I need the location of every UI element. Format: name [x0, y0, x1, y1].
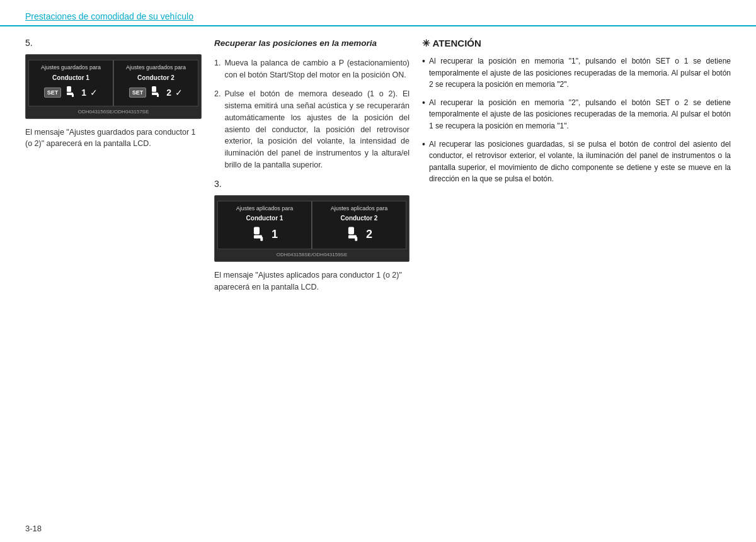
step-item-1: 1. Mueva la palanca de cambio a P (estac… — [214, 57, 410, 81]
page-number: 3-18 — [25, 524, 42, 533]
attention-text-3: Al recuperar las posiciones guardadas, s… — [429, 138, 731, 185]
right-column: ✳ ATENCIÓN • Al recuperar la posición en… — [422, 38, 731, 528]
left-column: 5. Ajustes guardados para Conductor 1 SE… — [25, 38, 202, 528]
step-item-2: 2. Pulse el botón de memora deseado (1 o… — [214, 88, 410, 171]
svg-rect-2 — [72, 94, 74, 97]
attention-title: ✳ ATENCIÓN — [422, 38, 731, 49]
svg-rect-3 — [152, 86, 156, 92]
num-badge-1: 1 — [81, 88, 86, 98]
applied-seat-svg-2 — [346, 225, 362, 242]
step2-text: Pulse el botón de memora deseado (1 o 2)… — [224, 88, 410, 171]
page-container: Prestaciones de comodidad de su vehículo… — [0, 0, 756, 542]
middle-column: Recuperar las posiciones en la memoria 1… — [214, 38, 410, 528]
attention-item-3: • Al recuperar las posiciones guardadas,… — [422, 138, 731, 185]
conductor1-controls: SET 1 ✓ — [34, 85, 108, 101]
applied-panels-row: Ajustes aplicados para Conductor 1 1 — [217, 201, 406, 250]
header-title: Prestaciones de comodidad de su vehículo — [25, 11, 193, 21]
applied-conductor1-controls: 1 — [223, 225, 306, 244]
main-content: 5. Ajustes guardados para Conductor 1 SE… — [0, 26, 756, 534]
attention-text-2: Al recuperar la posición en memoria "2",… — [429, 97, 731, 132]
attention-box: ✳ ATENCIÓN • Al recuperar la posición en… — [422, 38, 731, 185]
applied-conductor1-label: Ajustes aplicados para — [223, 205, 306, 213]
applied-seat-icon-2 — [346, 225, 362, 244]
applied-description: El mensaje "Ajustes aplicados para condu… — [214, 269, 410, 293]
display-panels-row: Ajustes guardados para Conductor 1 SET — [28, 60, 198, 106]
svg-rect-11 — [355, 237, 357, 242]
applied-seat-svg-1 — [251, 225, 268, 242]
applied-conductor2-label: Ajustes aplicados para — [318, 205, 401, 213]
saved-settings-display: Ajustes guardados para Conductor 1 SET — [25, 54, 202, 119]
svg-rect-8 — [260, 237, 263, 242]
conductor2-title: Conductor 2 — [119, 74, 193, 81]
seat-svg-1 — [65, 85, 77, 98]
conductor2-label: Ajustes guardados para — [119, 64, 193, 72]
bullet-1: • — [422, 55, 425, 91]
conductor1-label: Ajustes guardados para — [34, 64, 108, 72]
svg-rect-9 — [348, 227, 354, 235]
left-description: El mensaje "Ajustes guardados para condu… — [25, 127, 202, 150]
conductor2-panel: Ajustes guardados para Conductor 2 SET — [113, 60, 198, 106]
applied-conductor1-title: Conductor 1 — [223, 215, 306, 222]
num-badge-2: 2 — [166, 88, 171, 98]
applied-conductor1-panel: Ajustes aplicados para Conductor 1 1 — [217, 201, 312, 250]
set-btn-1: SET — [44, 88, 62, 98]
bullet-2: • — [422, 97, 425, 132]
seat-svg-2 — [150, 85, 163, 98]
steps-list: 1. Mueva la palanca de cambio a P (estac… — [214, 57, 410, 171]
step1-text: Mueva la palanca de cambio a P (estacion… — [224, 57, 410, 81]
conductor2-controls: SET 2 ✓ — [119, 85, 193, 101]
svg-rect-6 — [254, 227, 260, 235]
checkmark-2: ✓ — [175, 88, 183, 98]
step2-num: 2. — [214, 88, 220, 171]
step1-num: 1. — [214, 57, 220, 81]
section-title: Recuperar las posiciones en la memoria — [214, 38, 410, 50]
applied-conductor2-panel: Ajustes aplicados para Conductor 2 2 — [312, 201, 406, 250]
applied-conductor2-controls: 2 — [318, 225, 401, 244]
applied-num-badge-1: 1 — [272, 228, 278, 241]
applied-conductor2-title: Conductor 2 — [318, 215, 401, 222]
conductor1-panel: Ajustes guardados para Conductor 1 SET — [28, 60, 113, 106]
applied-caption: ODH043158SE/ODH043159SE — [217, 252, 406, 259]
svg-rect-0 — [67, 86, 71, 92]
set-btn-2: SET — [129, 88, 147, 98]
conductor1-title: Conductor 1 — [34, 74, 108, 81]
attention-list: • Al recuperar la posición en memoria "1… — [422, 55, 731, 185]
checkmark-1: ✓ — [90, 88, 98, 98]
applied-settings-display: Ajustes aplicados para Conductor 1 1 — [214, 195, 410, 263]
attention-text-1: Al recuperar la posición en memoria "1",… — [429, 55, 731, 91]
page-header: Prestaciones de comodidad de su vehículo — [0, 0, 756, 26]
display-caption-1: ODH043156SE/ODH043157SE — [28, 109, 198, 116]
svg-rect-5 — [157, 94, 159, 97]
step5-label: 5. — [25, 38, 202, 48]
seat-icon-1 — [65, 85, 77, 101]
bullet-3: • — [422, 138, 425, 185]
attention-item-2: • Al recuperar la posición en memoria "2… — [422, 97, 731, 132]
applied-num-badge-2: 2 — [366, 228, 372, 241]
seat-icon-2 — [150, 85, 163, 101]
attention-item-1: • Al recuperar la posición en memoria "1… — [422, 55, 731, 91]
step3-label: 3. — [214, 179, 410, 189]
applied-seat-icon-1 — [251, 225, 268, 244]
